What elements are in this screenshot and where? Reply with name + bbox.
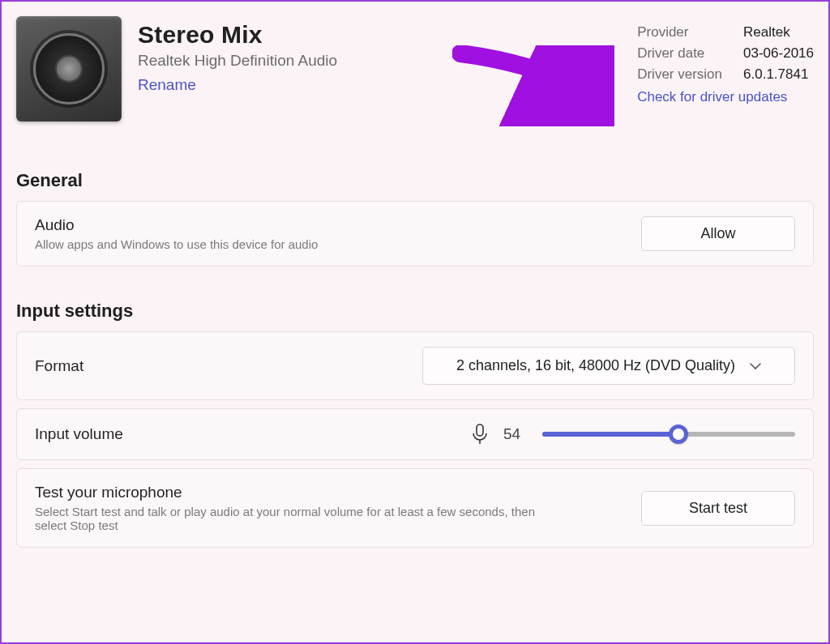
volume-slider[interactable]: [542, 432, 795, 437]
volume-value: 54: [503, 425, 528, 443]
driver-version-value: 6.0.1.7841: [743, 66, 814, 83]
svg-rect-0: [477, 424, 483, 436]
test-desc: Select Start test and talk or play audio…: [35, 505, 537, 532]
audio-card: Audio Allow apps and Windows to use this…: [16, 201, 814, 267]
driver-info: Provider Realtek Driver date 03-06-2016 …: [637, 16, 814, 105]
microphone-icon: [471, 424, 489, 445]
audio-title: Audio: [35, 216, 318, 234]
driver-date-label: Driver date: [637, 45, 722, 62]
device-subtitle: Realtek High Definition Audio: [138, 52, 621, 70]
format-value: 2 channels, 16 bit, 48000 Hz (DVD Qualit…: [456, 357, 735, 374]
device-header: Stereo Mix Realtek High Definition Audio…: [16, 16, 814, 122]
allow-button[interactable]: Allow: [641, 216, 795, 251]
provider-label: Provider: [637, 24, 722, 41]
driver-date-value: 03-06-2016: [743, 45, 814, 62]
test-microphone-card: Test your microphone Select Start test a…: [16, 468, 814, 548]
test-title: Test your microphone: [35, 484, 537, 501]
chevron-down-icon: [750, 360, 761, 373]
input-volume-card: Input volume 54: [16, 408, 814, 460]
audio-desc: Allow apps and Windows to use this devic…: [35, 237, 318, 251]
slider-thumb[interactable]: [669, 424, 688, 444]
provider-value: Realtek: [743, 24, 814, 41]
format-select[interactable]: 2 channels, 16 bit, 48000 Hz (DVD Qualit…: [422, 347, 795, 385]
rename-link[interactable]: Rename: [138, 76, 196, 94]
format-card: Format 2 channels, 16 bit, 48000 Hz (DVD…: [16, 331, 814, 400]
speaker-icon: [33, 33, 105, 104]
format-title: Format: [35, 357, 83, 375]
input-volume-title: Input volume: [35, 425, 123, 443]
device-title: Stereo Mix: [138, 21, 621, 49]
check-updates-link[interactable]: Check for driver updates: [637, 89, 814, 105]
device-icon: [16, 16, 122, 122]
device-title-block: Stereo Mix Realtek High Definition Audio…: [138, 16, 621, 94]
input-settings-heading: Input settings: [16, 301, 814, 322]
start-test-button[interactable]: Start test: [641, 491, 795, 526]
general-heading: General: [16, 170, 814, 191]
driver-version-label: Driver version: [637, 66, 722, 83]
